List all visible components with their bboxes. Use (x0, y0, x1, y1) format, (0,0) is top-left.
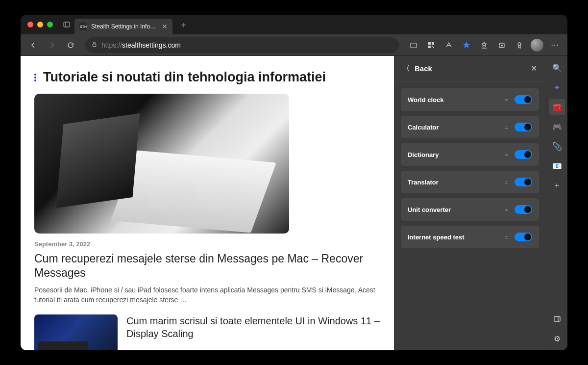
menu-dots-icon[interactable] (34, 74, 36, 81)
tool-label: Dictionary (408, 151, 504, 158)
svg-rect-6 (428, 46, 431, 48)
forward-button[interactable] (44, 37, 60, 53)
rail-copilot-icon[interactable]: ✦ (549, 79, 565, 95)
tab-title: Stealth Settings in Information (91, 23, 158, 30)
vertical-rail: 🔍 ✦ 🧰 🎮 📎 📧 + ⚙ (546, 56, 567, 350)
browser-tab[interactable]: STH Stealth Settings in Information ✕ (74, 19, 172, 34)
tool-label: Unit converter (408, 206, 504, 213)
sidebar-panel: 〈 Back ✕ World clock = Calculator = Dict… (394, 56, 546, 350)
drag-handle-icon[interactable]: = (504, 151, 509, 158)
browser-window: STH Stealth Settings in Information ✕ ＋ … (21, 15, 567, 350)
address-bar[interactable]: https://stealthsettings.com (85, 37, 399, 53)
tab-overview-icon[interactable] (63, 21, 71, 28)
post2-row: Cum marim scrisul si toate elementele UI… (34, 314, 380, 350)
post1-title[interactable]: Cum recuperezi mesajele sterse din Messa… (34, 252, 380, 280)
page-content: Tutoriale si noutati din tehnologia info… (21, 56, 394, 350)
svg-rect-8 (433, 47, 434, 48)
tool-world-clock: World clock = (401, 88, 539, 111)
rail-outlook-icon[interactable]: 📧 (549, 158, 565, 174)
profile-avatar[interactable] (529, 37, 545, 53)
tool-toggle[interactable] (514, 178, 532, 186)
rail-add-icon[interactable]: + (549, 178, 565, 193)
rail-office-icon[interactable]: 📎 (549, 138, 565, 154)
drag-handle-icon[interactable]: = (504, 206, 509, 213)
read-aloud-icon[interactable] (441, 37, 457, 53)
back-button[interactable] (25, 37, 41, 53)
svg-rect-7 (432, 46, 433, 47)
sidebar-header: 〈 Back ✕ (394, 56, 546, 81)
sidebar-close-icon[interactable]: ✕ (531, 64, 537, 73)
post2-title[interactable]: Cum marim scrisul si toate elementele UI… (126, 314, 380, 340)
body: Tutoriale si noutati din tehnologia info… (21, 56, 567, 350)
lock-icon (91, 41, 98, 49)
tool-toggle[interactable] (514, 150, 532, 159)
more-menu-icon[interactable]: ⋯ (547, 37, 563, 53)
qr-icon[interactable] (423, 37, 439, 53)
sidebar-back-button[interactable]: 〈 Back (403, 64, 432, 73)
tab-favicon: STH (79, 23, 87, 30)
rewards-icon[interactable] (512, 37, 527, 53)
tool-label: Translator (408, 179, 504, 186)
new-tab-button[interactable]: ＋ (179, 19, 188, 30)
close-tab-icon[interactable]: ✕ (162, 23, 168, 30)
tool-toggle[interactable] (514, 233, 532, 241)
toolbar-actions: ⋯ (406, 37, 563, 53)
page-heading-row: Tutoriale si noutati din tehnologia info… (34, 70, 380, 85)
tools-list: World clock = Calculator = Dictionary = … (394, 81, 546, 255)
screenshot-icon[interactable] (406, 37, 421, 53)
svg-rect-0 (64, 22, 70, 27)
page-title: Tutoriale si noutati din tehnologia info… (43, 70, 326, 85)
sidebar-back-label: Back (415, 64, 432, 73)
post1-hero-image[interactable] (34, 94, 289, 234)
collections-icon[interactable] (494, 37, 510, 53)
tool-calculator: Calculator = (401, 116, 539, 138)
tool-label: World clock (408, 96, 504, 104)
close-window[interactable] (27, 22, 33, 27)
post2-thumbnail[interactable] (34, 314, 118, 350)
toolbar: https://stealthsettings.com ⋯ (21, 34, 567, 56)
titlebar: STH Stealth Settings in Information ✕ ＋ (21, 15, 567, 34)
tool-toggle[interactable] (514, 95, 532, 104)
drag-handle-icon[interactable]: = (504, 96, 509, 104)
tool-internet-speed-test: Internet speed test = (401, 226, 539, 248)
url-text: https://stealthsettings.com (101, 41, 393, 49)
post1-date: September 3, 2022 (34, 240, 380, 248)
tool-toggle[interactable] (514, 123, 532, 131)
window-controls (27, 22, 53, 27)
rail-collapse-icon[interactable] (549, 311, 565, 327)
rail-search-icon[interactable]: 🔍 (549, 60, 565, 76)
refresh-button[interactable] (63, 37, 78, 53)
tool-toggle[interactable] (514, 205, 532, 214)
rail-games-icon[interactable]: 🎮 (549, 119, 565, 134)
minimize-window[interactable] (37, 22, 43, 27)
drag-handle-icon[interactable]: = (504, 179, 509, 186)
rail-settings-icon[interactable]: ⚙ (549, 331, 565, 346)
tool-dictionary: Dictionary = (401, 143, 539, 166)
favorites-list-icon[interactable] (476, 37, 492, 53)
svg-point-13 (518, 43, 521, 46)
favorite-star-icon[interactable] (459, 37, 474, 53)
tool-unit-converter: Unit converter = (401, 198, 539, 221)
chevron-left-icon: 〈 (403, 64, 410, 73)
svg-rect-14 (554, 316, 560, 321)
svg-rect-3 (411, 43, 416, 48)
maximize-window[interactable] (47, 22, 53, 27)
drag-handle-icon[interactable]: = (504, 124, 509, 131)
svg-rect-4 (428, 42, 431, 45)
tool-label: Calculator (408, 124, 504, 131)
tool-label: Internet speed test (408, 234, 504, 241)
svg-rect-5 (432, 42, 434, 45)
post1-excerpt: Posesorii de Mac, iPhone si / sau iPad f… (34, 285, 380, 305)
tool-translator: Translator = (401, 171, 539, 193)
rail-tools-icon[interactable]: 🧰 (549, 99, 565, 115)
drag-handle-icon[interactable]: = (504, 234, 509, 241)
svg-rect-2 (93, 44, 96, 46)
